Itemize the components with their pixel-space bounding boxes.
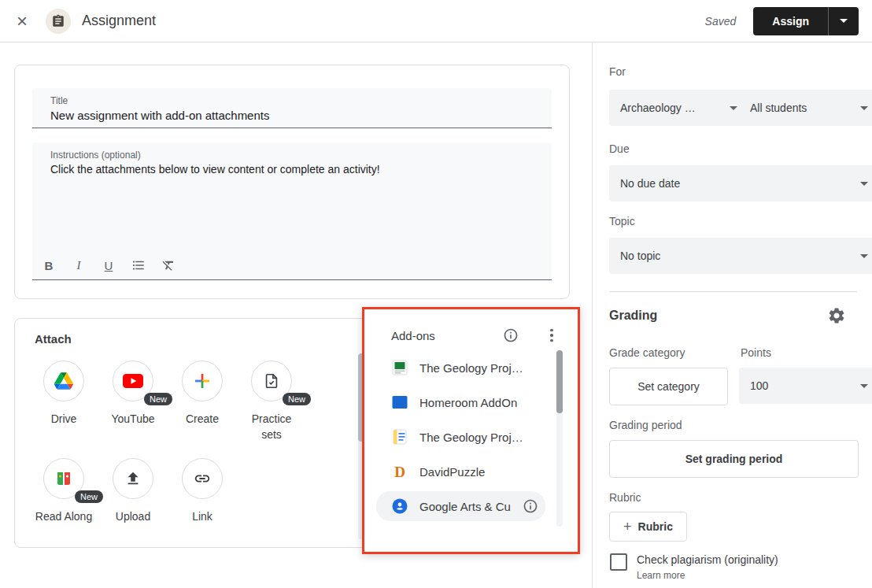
attach-option-label: Upload xyxy=(103,508,163,524)
attach-option-label: YouTube xyxy=(103,411,163,427)
attach-option-label: Practice sets xyxy=(242,411,301,442)
google-arts-culture-icon xyxy=(391,497,408,515)
assign-split-button: Assign xyxy=(753,7,859,35)
gear-icon[interactable] xyxy=(827,306,846,325)
create-plus-icon[interactable] xyxy=(182,361,223,401)
title-input[interactable]: Title New assignment with add-on attachm… xyxy=(32,88,552,128)
grade-category-label: Grade category xyxy=(609,346,685,359)
addons-popup: Add-ons The Geology Proj… Homeroom AddOn… xyxy=(362,307,580,554)
title-value: New assignment with add-on attachments xyxy=(50,109,269,122)
geology-notebook-icon xyxy=(391,428,408,446)
learn-more-link[interactable]: Learn more xyxy=(637,570,685,581)
addon-item-label: DavidPuzzle xyxy=(419,465,485,479)
saved-status: Saved xyxy=(705,15,737,28)
grading-period-label: Grading period xyxy=(609,419,682,431)
chevron-down-icon xyxy=(860,384,868,388)
attach-option-link[interactable]: Link xyxy=(172,458,232,524)
format-toolbar: B I U xyxy=(42,257,176,273)
attach-option-drive[interactable]: Drive xyxy=(34,361,94,427)
info-icon[interactable] xyxy=(503,327,519,343)
set-grading-period-button[interactable]: Set grading period xyxy=(609,440,859,478)
plagiarism-checkbox[interactable] xyxy=(610,553,627,571)
class-select[interactable]: Archaeology … xyxy=(609,90,748,126)
set-category-select[interactable]: Set category xyxy=(609,368,728,405)
addon-item-selected[interactable]: Google Arts & Cu xyxy=(376,491,545,521)
addon-item[interactable]: The Geology Proj… xyxy=(364,350,578,385)
class-select-value: Archaeology … xyxy=(620,102,723,114)
addons-scrollbar-thumb[interactable] xyxy=(556,350,563,413)
topic-select[interactable]: No topic xyxy=(609,238,872,274)
addons-scrollbar[interactable] xyxy=(556,350,563,527)
close-icon[interactable]: × xyxy=(11,10,33,32)
title-label: Title xyxy=(50,95,68,106)
addon-item-label: The Geology Proj… xyxy=(419,431,523,444)
addon-item-label: Google Arts & Cu xyxy=(419,500,511,513)
attach-option-youtube[interactable]: YouTube New xyxy=(103,361,163,427)
chevron-down-icon xyxy=(840,19,848,23)
upload-icon[interactable] xyxy=(113,458,153,499)
top-bar: × Assignment Saved Assign xyxy=(0,0,872,43)
attach-option-read-along[interactable]: Read Along New xyxy=(34,458,94,524)
addon-item[interactable]: D DavidPuzzle xyxy=(364,454,578,489)
rubric-label: Rubric xyxy=(609,491,641,504)
homeroom-addon-icon xyxy=(391,394,408,411)
points-label: Points xyxy=(741,346,771,359)
rubric-button-label: Rubric xyxy=(638,520,673,533)
geology-project-icon xyxy=(391,359,408,376)
chevron-down-icon xyxy=(860,106,868,110)
students-select-value: All students xyxy=(750,102,854,114)
more-options-icon[interactable] xyxy=(544,327,560,343)
addon-item-label: Homeroom AddOn xyxy=(419,396,517,409)
divider xyxy=(609,291,857,292)
clear-formatting-icon[interactable] xyxy=(161,257,176,273)
instructions-label: Instructions (optional) xyxy=(50,150,141,161)
underline-icon[interactable]: U xyxy=(102,257,116,273)
addon-item[interactable]: The Geology Proj… xyxy=(364,420,578,454)
instructions-value: Click the attachments below to view cont… xyxy=(50,163,380,176)
plagiarism-label: Check plagiarism (originality) xyxy=(637,553,778,566)
settings-sidebar: For Archaeology … All students Due No du… xyxy=(592,42,872,588)
new-badge: New xyxy=(75,490,103,503)
addons-heading: Add-ons xyxy=(391,329,435,342)
attach-option-upload[interactable]: Upload xyxy=(103,458,163,524)
new-badge: New xyxy=(283,393,311,405)
info-icon[interactable] xyxy=(523,498,538,514)
chevron-down-icon xyxy=(730,106,737,110)
assignment-type-icon xyxy=(46,9,71,34)
assign-button[interactable]: Assign xyxy=(753,7,829,35)
due-date-value: No due date xyxy=(620,177,854,190)
points-select[interactable]: 100 xyxy=(739,368,872,404)
set-category-value: Set category xyxy=(637,380,700,393)
attach-option-label: Link xyxy=(172,508,232,524)
plus-icon: + xyxy=(623,520,632,534)
students-select[interactable]: All students xyxy=(739,90,872,126)
new-badge: New xyxy=(144,393,172,405)
link-icon[interactable] xyxy=(182,458,223,499)
due-label: Due xyxy=(609,142,630,155)
attach-option-label: Create xyxy=(172,411,232,427)
for-label: For xyxy=(609,65,626,78)
bold-icon[interactable]: B xyxy=(42,257,56,273)
topic-value: No topic xyxy=(620,250,854,262)
page-title: Assignment xyxy=(82,13,156,29)
bulleted-list-icon[interactable] xyxy=(131,257,146,273)
chevron-down-icon xyxy=(860,254,868,258)
points-value: 100 xyxy=(750,379,854,392)
italic-icon[interactable]: I xyxy=(72,257,86,273)
chevron-down-icon xyxy=(860,182,868,186)
set-grading-period-label: Set grading period xyxy=(685,453,783,465)
davidpuzzle-icon: D xyxy=(391,463,408,480)
assign-dropdown-button[interactable] xyxy=(829,7,859,35)
attach-option-practice-sets[interactable]: Practice sets New xyxy=(242,361,301,442)
instructions-input[interactable]: Instructions (optional) Click the attach… xyxy=(32,142,552,280)
drive-icon[interactable] xyxy=(43,361,84,401)
attach-heading: Attach xyxy=(35,332,72,346)
addon-item[interactable]: Homeroom AddOn xyxy=(364,385,578,420)
addons-list: The Geology Proj… Homeroom AddOn The Geo… xyxy=(364,350,578,523)
addon-item-label: The Geology Proj… xyxy=(419,361,523,375)
topic-label: Topic xyxy=(609,215,635,227)
grading-heading: Grading xyxy=(609,309,657,323)
add-rubric-button[interactable]: + Rubric xyxy=(609,512,687,542)
due-date-select[interactable]: No due date xyxy=(609,165,872,202)
attach-option-create[interactable]: Create xyxy=(172,361,232,427)
